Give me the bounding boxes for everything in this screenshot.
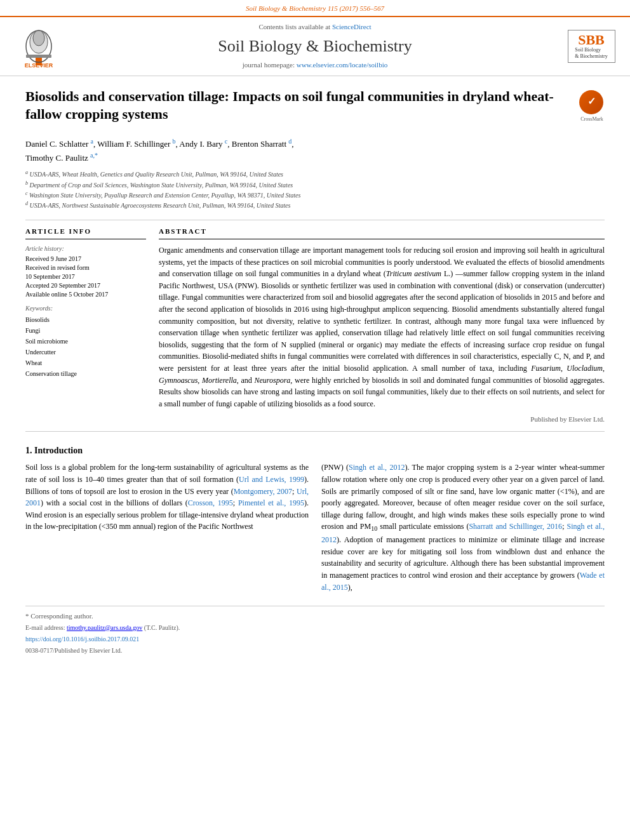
- received-revised-date: 10 September 2017: [25, 272, 146, 281]
- introduction-section: 1. Introduction Soil loss is a global pr…: [25, 444, 605, 593]
- intro-two-col: Soil loss is a global problem for the lo…: [25, 462, 605, 593]
- ref-montgomery[interactable]: Montgomery, 2007: [234, 487, 292, 496]
- email-link[interactable]: timothy.paulitz@ars.usda.gov: [67, 624, 142, 631]
- ref-crosson[interactable]: Crosson, 1995: [188, 498, 233, 507]
- sbb-logo-inner: SBB Soil Biology& Biochemistry: [571, 33, 612, 59]
- accepted-date: Accepted 20 September 2017: [25, 281, 146, 290]
- article-info-col: ARTICLE INFO Article history: Received 9…: [25, 227, 146, 425]
- journal-header: ELSEVIER Contents lists available at Sci…: [0, 16, 630, 76]
- homepage-label: journal homepage:: [243, 61, 295, 69]
- article-history-section: Article history: Received 9 June 2017 Re…: [25, 244, 146, 299]
- article-info-title: ARTICLE INFO: [25, 227, 146, 239]
- page-wrapper: Soil Biology & Biochemistry 115 (2017) 5…: [0, 0, 630, 840]
- crossmark-icon: ✓: [579, 90, 603, 114]
- journal-homepage-line: journal homepage: www.elsevier.com/locat…: [74, 60, 556, 70]
- available-online: Available online 5 October 2017: [25, 290, 146, 299]
- top-citation-bar: Soil Biology & Biochemistry 115 (2017) 5…: [0, 0, 630, 16]
- abstract-text: Organic amendments and conservation till…: [159, 244, 605, 410]
- affiliations: a USDA-ARS, Wheat Health, Genetics and Q…: [25, 169, 605, 210]
- keywords-section: Keywords: Biosolids Fungi Soil microbiom…: [25, 304, 146, 379]
- keyword-wheat: Wheat: [25, 357, 146, 368]
- homepage-url[interactable]: www.elsevier.com/locate/soilbio: [297, 61, 387, 69]
- article-footer: * Corresponding author. E-mail address: …: [25, 606, 605, 655]
- ref-singh-2012b[interactable]: Singh et al., 2012: [321, 522, 605, 544]
- crossmark-label: CrossMark: [579, 116, 605, 123]
- affiliation-d: USDA-ARS, Northwest Sustainable Agroecos…: [30, 203, 291, 210]
- intro-text-col2: (PNW) (Singh et al., 2012). The major cr…: [321, 462, 605, 593]
- email-footer-note: E-mail address: timothy.paulitz@ars.usda…: [25, 623, 605, 632]
- received-revised-label: Received in revised form: [25, 263, 146, 272]
- sbb-letters: SBB: [578, 33, 605, 47]
- keyword-conservation-tillage: Conservation tillage: [25, 368, 146, 379]
- abstract-col: ABSTRACT Organic amendments and conserva…: [159, 227, 605, 425]
- article-info-abstract-cols: ARTICLE INFO Article history: Received 9…: [25, 227, 605, 425]
- keyword-fungi: Fungi: [25, 325, 146, 336]
- doi-link[interactable]: https://doi.org/10.1016/j.soilbio.2017.0…: [25, 636, 139, 643]
- email-label: E-mail address:: [25, 624, 65, 631]
- divider-1: [25, 220, 605, 220]
- svg-point-3: [33, 30, 44, 46]
- intro-col-2: (PNW) (Singh et al., 2012). The major cr…: [321, 462, 605, 593]
- article-title-section: Biosolids and conservation tillage: Impa…: [25, 88, 605, 130]
- ref-url-lewis[interactable]: Url and Lewis, 1999: [239, 475, 304, 484]
- sbb-description: Soil Biology& Biochemistry: [575, 47, 607, 59]
- sciencedirect-line: Contents lists available at ScienceDirec…: [74, 22, 556, 32]
- affiliation-b: Department of Crop and Soil Sciences, Wa…: [30, 182, 293, 189]
- ref-singh-2012[interactable]: Singh et al., 2012: [349, 463, 405, 472]
- intro-text-col1: Soil loss is a global problem for the lo…: [25, 462, 309, 533]
- sbb-logo: SBB Soil Biology& Biochemistry: [568, 30, 615, 62]
- journal-title: Soil Biology & Biochemistry: [74, 35, 556, 58]
- email-note: (T.C. Paulitz).: [144, 624, 180, 631]
- abstract-title: ABSTRACT: [159, 227, 605, 239]
- article-title-text: Biosolids and conservation tillage: Impa…: [25, 88, 573, 130]
- elsevier-logo-container: ELSEVIER: [10, 24, 67, 69]
- keyword-undercutter: Undercutter: [25, 347, 146, 357]
- affiliation-a: USDA-ARS, Wheat Health, Genetics and Qua…: [30, 171, 284, 178]
- issn-text: 0038-0717/Published by Elsevier Ltd.: [25, 647, 122, 654]
- article-content: Biosolids and conservation tillage: Impa…: [0, 76, 630, 669]
- elsevier-tree-icon: ELSEVIER: [17, 24, 61, 69]
- intro-col-1: Soil loss is a global problem for the lo…: [25, 462, 309, 593]
- divider-2: [25, 431, 605, 432]
- corresponding-author-note: * Corresponding author.: [25, 612, 93, 620]
- published-by: Published by Elsevier Ltd.: [159, 415, 605, 424]
- received-date: Received 9 June 2017: [25, 255, 146, 263]
- article-title: Biosolids and conservation tillage: Impa…: [25, 88, 573, 124]
- sbb-logo-container: SBB Soil Biology& Biochemistry: [563, 30, 620, 62]
- issn-line: 0038-0717/Published by Elsevier Ltd.: [25, 646, 605, 655]
- intro-title: 1. Introduction: [25, 444, 605, 457]
- affiliation-c: Washington State University, Puyallup Re…: [29, 192, 300, 199]
- keyword-biosolids: Biosolids: [25, 314, 146, 325]
- sciencedirect-link[interactable]: ScienceDirect: [332, 23, 372, 30]
- crossmark-badge: ✓ CrossMark: [579, 90, 605, 116]
- elsevier-logo: ELSEVIER: [17, 24, 61, 69]
- ref-sharratt-schillinger[interactable]: Sharratt and Schillinger, 2016: [469, 522, 562, 531]
- journal-header-center: Contents lists available at ScienceDirec…: [74, 22, 556, 70]
- svg-text:ELSEVIER: ELSEVIER: [25, 62, 53, 69]
- svg-rect-4: [26, 55, 51, 58]
- authors-line: Daniel C. Schlatter a, William F. Schill…: [25, 137, 605, 164]
- keywords-label: Keywords:: [25, 304, 146, 313]
- journal-citation: Soil Biology & Biochemistry 115 (2017) 5…: [246, 4, 384, 12]
- keyword-soil-microbiome: Soil microbiome: [25, 336, 146, 347]
- doi-line: https://doi.org/10.1016/j.soilbio.2017.0…: [25, 635, 605, 644]
- contents-available-text: Contents lists available at: [258, 23, 330, 30]
- footnote-star: * Corresponding author.: [25, 611, 605, 621]
- article-history-label: Article history:: [25, 244, 146, 253]
- ref-pimentel[interactable]: Pimentel et al., 1995: [238, 498, 304, 507]
- ref-wade[interactable]: Wade et al., 2015: [321, 571, 605, 592]
